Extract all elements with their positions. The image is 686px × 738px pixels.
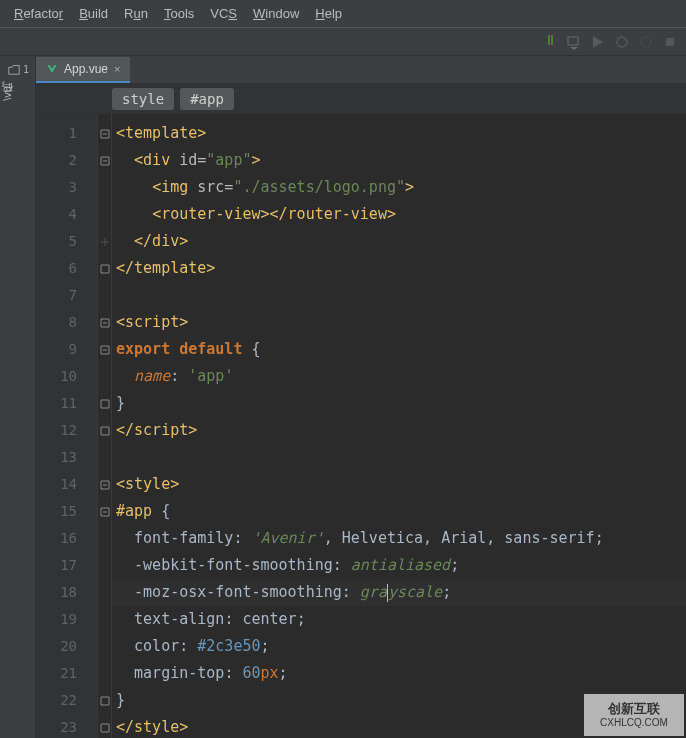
fold-open-icon[interactable] <box>100 318 110 328</box>
tab-app-vue[interactable]: App.vue × <box>36 57 130 83</box>
line-number: 21 <box>36 660 97 687</box>
menu-refactor[interactable]: Refactor <box>6 2 71 25</box>
line-number: 1 <box>36 120 97 147</box>
line-number: 19 <box>36 606 97 633</box>
line-gutter: 1 2 3 4 5 6 7 8 9 10 11 12 13 14 15 16 1… <box>36 114 98 738</box>
fold-close-icon[interactable] <box>100 237 110 247</box>
line-number: 15 <box>36 498 97 525</box>
git-indicator-icon[interactable] <box>542 34 558 50</box>
line-number: 10 <box>36 363 97 390</box>
svg-rect-1 <box>551 35 553 45</box>
fold-open-icon[interactable] <box>100 345 110 355</box>
line-number: 3 <box>36 174 97 201</box>
watermark: 创新互联 CXHLCQ.COM <box>584 694 684 736</box>
watermark-text-en: CXHLCQ.COM <box>600 717 668 729</box>
vue-file-icon <box>46 63 58 75</box>
left-vertical-label[interactable]: 码\vu <box>0 82 15 105</box>
line-number: 16 <box>36 525 97 552</box>
line-number: 8 <box>36 309 97 336</box>
menu-tools[interactable]: Tools <box>156 2 202 25</box>
project-tool-icon[interactable]: 1 <box>0 56 36 82</box>
tab-filename: App.vue <box>64 62 108 76</box>
line-number: 22 <box>36 687 97 714</box>
fold-close-icon[interactable] <box>100 399 110 409</box>
menu-run[interactable]: Run <box>116 2 156 25</box>
config-dropdown-icon[interactable] <box>566 34 582 50</box>
close-icon[interactable]: × <box>114 63 120 75</box>
menu-vcs[interactable]: VCS <box>202 2 245 25</box>
line-number: 14 <box>36 471 97 498</box>
line-number: 7 <box>36 282 97 309</box>
line-number: 5 <box>36 228 97 255</box>
fold-column <box>98 114 112 738</box>
fold-open-icon[interactable] <box>100 480 110 490</box>
menu-help[interactable]: Help <box>307 2 350 25</box>
code-editor[interactable]: 1 2 3 4 5 6 7 8 9 10 11 12 13 14 15 16 1… <box>36 114 686 738</box>
left-tool-column: 1 码\vu <box>0 56 36 738</box>
run-icon[interactable] <box>590 34 606 50</box>
line-number: 18 <box>36 579 97 606</box>
line-number: 20 <box>36 633 97 660</box>
code-area[interactable]: <template> <div id="app"> <img src="./as… <box>112 114 686 738</box>
stop-icon[interactable] <box>662 34 678 50</box>
fold-close-icon[interactable] <box>100 264 110 274</box>
svg-point-3 <box>617 37 627 47</box>
svg-rect-0 <box>548 35 550 45</box>
crumb-style[interactable]: style <box>112 88 174 110</box>
line-number: 13 <box>36 444 97 471</box>
line-number: 9 <box>36 336 97 363</box>
line-number: 12 <box>36 417 97 444</box>
fold-open-icon[interactable] <box>100 129 110 139</box>
editor-tab-bar: App.vue × <box>36 56 686 84</box>
debug-icon[interactable] <box>614 34 630 50</box>
fold-close-icon[interactable] <box>100 426 110 436</box>
line-number: 11 <box>36 390 97 417</box>
line-number: 6 <box>36 255 97 282</box>
crumb-app[interactable]: #app <box>180 88 234 110</box>
line-number: 23 <box>36 714 97 738</box>
svg-rect-5 <box>666 38 674 46</box>
svg-rect-2 <box>568 37 578 45</box>
line-number: 2 <box>36 147 97 174</box>
line-number: 17 <box>36 552 97 579</box>
line-number: 4 <box>36 201 97 228</box>
toolbar <box>0 28 686 56</box>
watermark-text-cn: 创新互联 <box>608 701 660 717</box>
fold-close-icon[interactable] <box>100 723 110 733</box>
fold-open-icon[interactable] <box>100 507 110 517</box>
svg-point-4 <box>641 37 651 47</box>
menu-window[interactable]: Window <box>245 2 307 25</box>
menu-bar: Refactor BBuilduild Run Tools VCS Window… <box>0 0 686 28</box>
menu-build[interactable]: BBuilduild <box>71 2 116 25</box>
fold-open-icon[interactable] <box>100 156 110 166</box>
fold-close-icon[interactable] <box>100 696 110 706</box>
breadcrumb-bar: style #app <box>36 84 686 114</box>
coverage-icon[interactable] <box>638 34 654 50</box>
